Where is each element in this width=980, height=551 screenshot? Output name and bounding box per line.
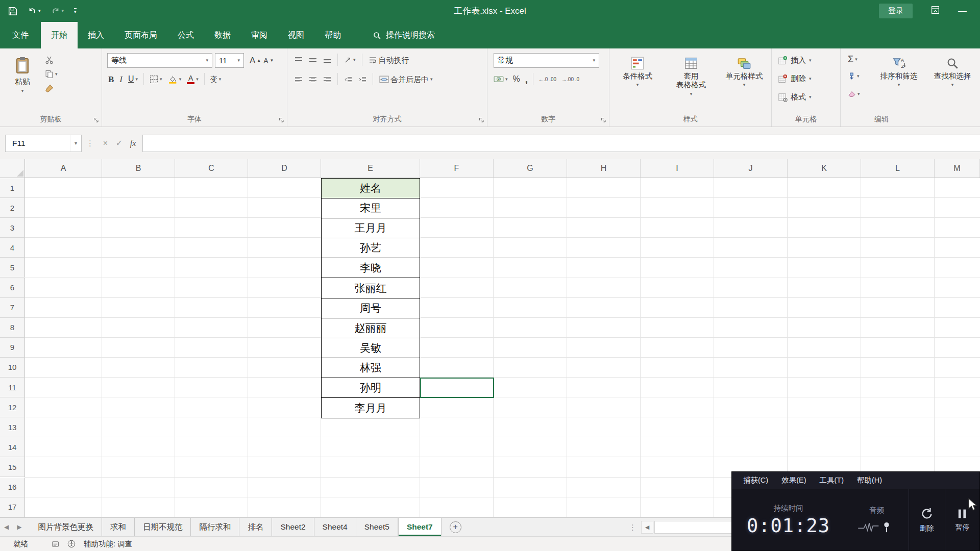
decrease-decimal-button[interactable]: →.00 .0: [561, 77, 579, 82]
recorder-menu-帮助(H)[interactable]: 帮助(H): [852, 473, 887, 487]
spreadsheet-grid[interactable]: 姓名宋里王月月孙艺李晓张丽红周号赵丽丽吴敏林强孙明李月月 ABCDEFGHIJK…: [0, 159, 980, 517]
column-header-H[interactable]: H: [567, 159, 641, 178]
name-box[interactable]: F11 ▾: [5, 135, 82, 152]
align-center-button[interactable]: [309, 76, 317, 83]
select-all-corner[interactable]: [0, 159, 25, 178]
sheet-tab-Sheet7[interactable]: Sheet7: [398, 518, 442, 536]
cell-E11[interactable]: 孙明: [322, 378, 420, 398]
row-header-5[interactable]: 5: [0, 258, 25, 278]
recorder-menu-捕获(C)[interactable]: 捕获(C): [738, 473, 773, 487]
autosum-button[interactable]: Σ▾: [848, 55, 857, 64]
cell-E9[interactable]: 吴敏: [322, 338, 420, 358]
cell-E5[interactable]: 李晓: [322, 258, 420, 278]
alignment-dialog-launcher[interactable]: [479, 117, 484, 123]
column-header-K[interactable]: K: [788, 159, 861, 178]
recorder-delete-button[interactable]: 删除: [909, 489, 945, 550]
customize-qat-button[interactable]: ▾: [74, 8, 77, 14]
column-header-J[interactable]: J: [714, 159, 788, 178]
ribbon-tab-公式[interactable]: 公式: [167, 22, 204, 48]
cell-E1[interactable]: 姓名: [322, 179, 420, 198]
copy-button[interactable]: ▾: [45, 70, 58, 79]
macro-record-button[interactable]: [52, 540, 59, 548]
format-as-table-button[interactable]: 套用表格格式 ▾: [666, 53, 717, 111]
fill-button[interactable]: ▾: [848, 72, 860, 80]
row-header-12[interactable]: 12: [0, 397, 25, 417]
name-box-dropdown[interactable]: ▾: [70, 135, 81, 152]
cell-E7[interactable]: 周号: [322, 298, 420, 318]
formula-bar-splitter[interactable]: ⋮: [82, 139, 99, 148]
column-header-L[interactable]: L: [861, 159, 935, 178]
ribbon-display-options-button[interactable]: [931, 6, 940, 16]
tell-me-search[interactable]: 操作说明搜索: [373, 22, 435, 48]
column-header-D[interactable]: D: [248, 159, 321, 178]
redo-button[interactable]: ▾: [51, 7, 64, 16]
orientation-button[interactable]: ▾: [344, 56, 356, 64]
horizontal-scrollbar[interactable]: [654, 521, 741, 534]
recorder-menu-效果(E)[interactable]: 效果(E): [776, 473, 811, 487]
underline-button[interactable]: U▾: [128, 75, 138, 83]
sheet-tab-Sheet5[interactable]: Sheet5: [356, 518, 398, 536]
sort-filter-button[interactable]: AZ 排序和筛选 ▾: [873, 53, 924, 111]
column-header-G[interactable]: G: [494, 159, 567, 178]
align-middle-button[interactable]: [309, 57, 317, 63]
shrink-font-button[interactable]: A▼: [263, 57, 274, 64]
sheet-tab-Sheet2[interactable]: Sheet2: [272, 518, 314, 536]
column-header-C[interactable]: C: [175, 159, 248, 178]
borders-button[interactable]: ▾: [150, 75, 162, 84]
increase-indent-button[interactable]: [358, 76, 366, 83]
row-header-1[interactable]: 1: [0, 178, 25, 198]
ribbon-tab-开始[interactable]: 开始: [41, 22, 78, 48]
column-header-A[interactable]: A: [25, 159, 102, 178]
font-family-select[interactable]: 等线▾: [107, 53, 212, 68]
ribbon-tab-视图[interactable]: 视图: [278, 22, 314, 48]
column-header-I[interactable]: I: [641, 159, 714, 178]
row-header-13[interactable]: 13: [0, 417, 25, 437]
sheet-tab-图片背景色更换[interactable]: 图片背景色更换: [30, 518, 102, 536]
ribbon-tab-页面布局[interactable]: 页面布局: [114, 22, 167, 48]
minimize-button[interactable]: —: [958, 6, 967, 16]
row-header-14[interactable]: 14: [0, 437, 25, 457]
wrap-text-button[interactable]: 自动换行: [369, 56, 409, 64]
cell-E2[interactable]: 宋里: [322, 198, 420, 218]
align-top-button[interactable]: [295, 57, 303, 63]
font-size-select[interactable]: 11▾: [215, 53, 244, 68]
row-header-3[interactable]: 3: [0, 218, 25, 238]
delete-cells-button[interactable]: 删除 ▾: [778, 74, 812, 84]
align-right-button[interactable]: [323, 76, 331, 83]
row-header-16[interactable]: 16: [0, 478, 25, 497]
clipboard-dialog-launcher[interactable]: [93, 117, 99, 123]
sheet-tab-求和[interactable]: 求和: [102, 518, 135, 536]
italic-button[interactable]: I: [119, 75, 122, 84]
column-header-M[interactable]: M: [935, 159, 980, 178]
save-button[interactable]: [8, 7, 17, 16]
ribbon-tab-审阅[interactable]: 审阅: [241, 22, 278, 48]
align-left-button[interactable]: [295, 76, 303, 83]
cell-E8[interactable]: 赵丽丽: [322, 318, 420, 338]
row-header-6[interactable]: 6: [0, 278, 25, 298]
ribbon-tab-帮助[interactable]: 帮助: [314, 22, 351, 48]
merge-center-button[interactable]: 合并后居中 ▾: [379, 76, 433, 83]
cell-E3[interactable]: 王月月: [322, 218, 420, 238]
scroll-left-button[interactable]: ◀: [641, 521, 653, 534]
tab-scroll-splitter[interactable]: ⋮: [629, 518, 636, 537]
phonetic-guide-button[interactable]: 变▾: [210, 76, 222, 83]
cell-E4[interactable]: 孙艺: [322, 238, 420, 258]
accessibility-icon[interactable]: [67, 540, 76, 548]
cell-E12[interactable]: 李月月: [322, 398, 420, 418]
clear-button[interactable]: ▾: [848, 90, 860, 97]
cut-button[interactable]: [45, 56, 58, 64]
row-header-10[interactable]: 10: [0, 358, 25, 378]
font-color-button[interactable]: A ▾: [187, 74, 199, 84]
cancel-button[interactable]: ×: [99, 135, 112, 152]
sheet-nav-next-button[interactable]: ▶: [13, 518, 26, 536]
insert-function-button[interactable]: fx: [126, 135, 140, 152]
paste-button[interactable]: 粘贴 ▾: [7, 53, 38, 111]
bold-button[interactable]: B: [108, 75, 114, 84]
formula-input[interactable]: [142, 135, 980, 152]
column-header-F[interactable]: F: [420, 159, 494, 178]
comma-style-button[interactable]: ,: [525, 74, 528, 84]
row-header-17[interactable]: 17: [0, 497, 25, 517]
row-header-4[interactable]: 4: [0, 238, 25, 258]
row-header-7[interactable]: 7: [0, 298, 25, 318]
audio-waveform-icon[interactable]: [857, 519, 897, 534]
